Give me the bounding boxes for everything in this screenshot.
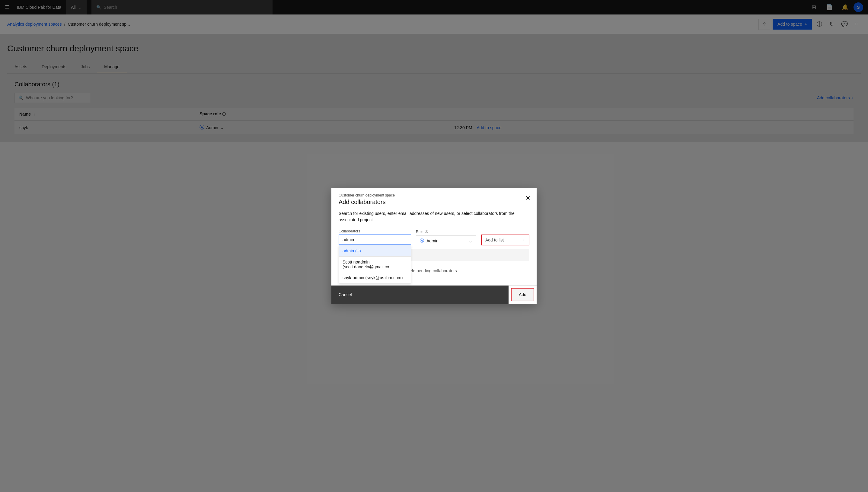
modal-overlay: Customer churn deployment space Add coll… (0, 0, 868, 142)
